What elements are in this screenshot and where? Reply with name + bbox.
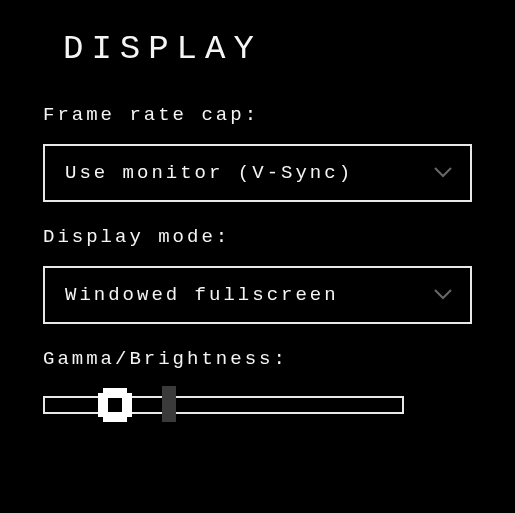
gamma-slider[interactable] bbox=[43, 388, 472, 422]
frame-rate-select[interactable]: Use monitor (V-Sync) bbox=[43, 144, 472, 202]
gamma-slider-thumb[interactable] bbox=[98, 388, 132, 422]
gamma-field: Gamma/Brightness: bbox=[35, 348, 480, 422]
chevron-down-icon bbox=[434, 167, 452, 179]
gamma-default-marker bbox=[162, 386, 176, 422]
display-mode-field: Display mode: Windowed fullscreen bbox=[35, 226, 480, 324]
chevron-down-icon bbox=[434, 289, 452, 301]
display-mode-label: Display mode: bbox=[43, 226, 472, 248]
display-mode-value: Windowed fullscreen bbox=[65, 284, 339, 306]
page-title: DISPLAY bbox=[63, 30, 480, 68]
frame-rate-label: Frame rate cap: bbox=[43, 104, 472, 126]
gamma-slider-track bbox=[43, 396, 404, 414]
frame-rate-value: Use monitor (V-Sync) bbox=[65, 162, 353, 184]
display-mode-select[interactable]: Windowed fullscreen bbox=[43, 266, 472, 324]
gamma-label: Gamma/Brightness: bbox=[43, 348, 472, 370]
frame-rate-field: Frame rate cap: Use monitor (V-Sync) bbox=[35, 104, 480, 202]
